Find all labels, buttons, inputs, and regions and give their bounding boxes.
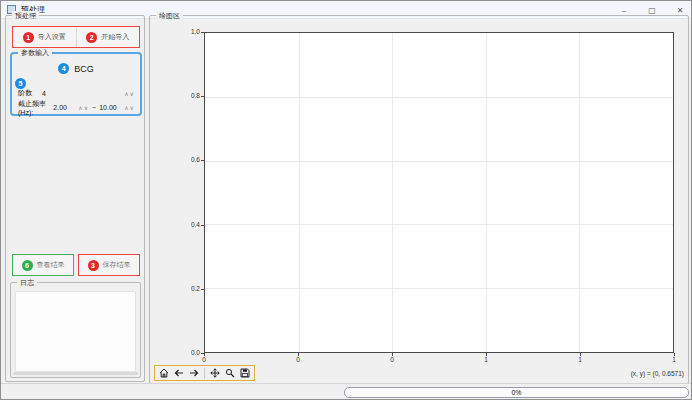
close-button[interactable]: ✕ [673,6,687,15]
forward-arrow-icon[interactable] [188,367,200,379]
status-strip: 0% [1,383,691,399]
pan-icon[interactable] [209,367,221,379]
preprocess-group-label: 预处理 [12,11,39,20]
save-icon[interactable] [239,367,251,379]
x-tick-label: 0 [384,356,400,363]
y-tick-label: 0.4 [184,221,200,228]
signal-type-value[interactable]: BCG [74,64,94,74]
order-spinbox[interactable]: 4 [42,90,124,97]
parameter-input-groupbox: 参数输入 4 BCG 5 阶数 4 ∧∨ 截止频率(Hz): 2.00 ∧∨ ~… [10,52,142,116]
cutoff-high-spinbox[interactable]: 10.00 [99,104,121,111]
x-tick-label: 1 [666,356,682,363]
start-import-button[interactable]: 2 开始导入 [77,27,140,47]
step-4-badge: 4 [58,63,69,74]
plot-group-label: 绘图区 [156,11,183,20]
cutoff-frequency-label: 截止频率(Hz): [18,99,50,116]
horizontal-gridline [205,161,673,162]
order-spinner-arrows-icon[interactable]: ∧∨ [124,90,135,97]
y-tick-mark [201,160,204,161]
save-result-label: 保存结果 [103,260,131,270]
home-icon[interactable] [158,367,170,379]
cutoff-high-spinner-arrows-icon[interactable]: ∧∨ [124,104,135,111]
y-tick-label: 0.0 [184,349,200,356]
import-button-group: 1 导入设置 2 开始导入 [12,26,140,48]
step-2-badge: 2 [86,32,97,43]
y-tick-mark [201,96,204,97]
y-tick-mark [201,289,204,290]
vertical-gridline [299,33,300,352]
import-settings-label: 导入设置 [38,32,66,42]
cutoff-low-spinbox[interactable]: 2.00 [53,104,75,111]
zoom-icon[interactable] [224,367,236,379]
view-result-button[interactable]: 6 查看结果 [12,254,74,276]
horizontal-gridline [205,288,673,289]
horizontal-gridline [205,224,673,225]
y-tick-label: 0.6 [184,156,200,163]
parameter-group-label: 参数输入 [18,48,52,57]
preprocess-groupbox: 预处理 1 导入设置 2 开始导入 参数输入 4 BCG 5 阶数 4 [5,15,145,382]
minimize-button[interactable]: – [617,6,631,15]
progress-percent-label: 0% [345,388,688,398]
step-6-badge: 6 [22,260,33,271]
x-tick-label: 1 [478,356,494,363]
plot-area-groupbox: 绘图区 1.0 0.8 0.6 0.4 0.2 0.0 [149,15,689,384]
y-tick-label: 1.0 [184,28,200,35]
y-tick-label: 0.2 [184,285,200,292]
step-3-badge: 3 [88,260,99,271]
cutoff-low-spinner-arrows-icon[interactable]: ∧∨ [78,104,89,111]
maximize-button[interactable]: ▢ [645,6,659,15]
y-tick-mark [201,225,204,226]
app-window: 预处理 – ▢ ✕ 预处理 1 导入设置 2 开始导入 参数输入 4 [0,0,692,400]
y-tick-label: 0.8 [184,92,200,99]
vertical-gridline [486,33,487,352]
progress-bar: 0% [344,387,689,398]
vertical-gridline [579,33,580,352]
cutoff-range-separator: ~ [92,104,96,111]
x-tick-label: 0 [290,356,306,363]
x-tick-label: 0 [196,356,212,363]
y-tick-mark [201,32,204,33]
plot-navigation-toolbar [154,365,255,381]
cursor-coordinates-readout: (x, y) = (0, 0.6571) [631,370,684,377]
log-groupbox: 日志 [10,282,141,378]
log-textarea[interactable] [15,291,136,372]
plot-axes[interactable] [204,32,674,353]
vertical-gridline [392,33,393,352]
back-arrow-icon[interactable] [173,367,185,379]
x-tick-label: 1 [572,356,588,363]
step-1-badge: 1 [23,32,34,43]
view-result-label: 查看结果 [37,260,65,270]
start-import-label: 开始导入 [101,32,129,42]
save-result-button[interactable]: 3 保存结果 [78,254,140,276]
horizontal-gridline [205,97,673,98]
log-horizontal-scrollbar[interactable] [13,372,138,375]
order-label: 阶数 [18,88,32,98]
log-group-label: 日志 [17,278,37,287]
import-settings-button[interactable]: 1 导入设置 [13,27,76,47]
toolbar-separator [204,368,205,379]
